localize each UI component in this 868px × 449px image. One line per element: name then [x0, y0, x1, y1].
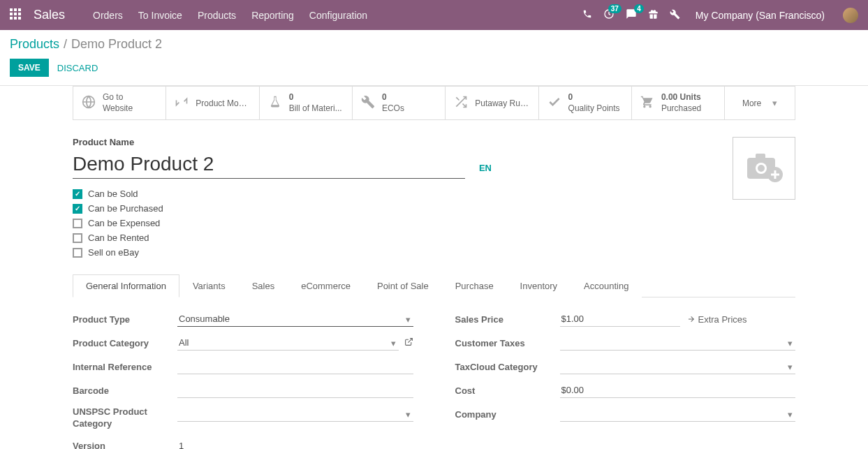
fields: Product Type ▾ Product Category ▾ Intern… — [73, 311, 795, 449]
svg-rect-0 — [10, 8, 13, 11]
swap-icon — [175, 95, 189, 111]
stat-go-to-website[interactable]: Go toWebsite — [73, 87, 166, 119]
field-product-category: Product Category ▾ — [73, 335, 413, 351]
messages-icon[interactable]: 4 — [626, 8, 637, 22]
avatar[interactable] — [843, 8, 858, 23]
chevron-down-icon: ▾ — [772, 98, 777, 108]
field-internal-reference: Internal Reference — [73, 359, 413, 374]
internal-reference-input[interactable] — [177, 359, 413, 374]
svg-rect-8 — [18, 17, 21, 20]
cost-input[interactable] — [560, 383, 796, 398]
checkbox-list: Can be Sold Can be Purchased Can be Expe… — [73, 189, 719, 258]
svg-rect-1 — [14, 8, 17, 11]
tabs: General Information Variants Sales eComm… — [73, 274, 795, 297]
content: Go toWebsite Product Moves 0Bill of Mate… — [0, 86, 868, 449]
tab-general-information[interactable]: General Information — [73, 274, 179, 297]
tab-variants[interactable]: Variants — [179, 274, 239, 297]
field-customer-taxes: Customer Taxes ▾ — [455, 335, 796, 351]
svg-rect-12 — [756, 154, 765, 159]
cart-icon — [640, 95, 654, 111]
stat-more[interactable]: More ▾ — [725, 87, 795, 119]
activity-count: 37 — [608, 4, 621, 13]
product-image-placeholder[interactable] — [733, 137, 795, 200]
tab-pos[interactable]: Point of Sale — [364, 274, 442, 297]
svg-rect-5 — [18, 13, 21, 15]
tab-inventory[interactable]: Inventory — [507, 274, 571, 297]
stat-putaway[interactable]: Putaway Rules — [446, 87, 538, 119]
extra-prices-button[interactable]: Extra Prices — [687, 314, 747, 325]
menu-configuration[interactable]: Configuration — [309, 10, 367, 21]
checkbox-icon[interactable] — [73, 204, 82, 214]
taxcloud-select[interactable] — [560, 359, 796, 374]
svg-rect-2 — [18, 8, 21, 11]
product-type-select[interactable] — [177, 311, 413, 327]
form-sheet: Product Name EN Can be Sold Can be Purch… — [73, 120, 795, 449]
checkbox-icon[interactable] — [73, 233, 82, 243]
app-brand[interactable]: Sales — [34, 8, 65, 22]
breadcrumb-sep: / — [64, 37, 67, 52]
stat-quality[interactable]: 0Quality Points — [539, 87, 632, 119]
product-category-select[interactable] — [177, 335, 399, 351]
field-company: Company ▾ — [455, 406, 796, 422]
save-button[interactable]: SAVE — [10, 59, 49, 77]
external-link-icon[interactable] — [404, 337, 413, 348]
apps-icon[interactable] — [10, 8, 21, 22]
navbar-menu: Orders To Invoice Products Reporting Con… — [93, 10, 367, 21]
company-select[interactable] — [560, 406, 796, 422]
stat-bom[interactable]: 0Bill of Materi... — [260, 87, 353, 119]
menu-orders[interactable]: Orders — [93, 10, 123, 21]
stat-bar: Go toWebsite Product Moves 0Bill of Mate… — [73, 86, 795, 120]
breadcrumb-root[interactable]: Products — [10, 37, 59, 52]
lang-badge[interactable]: EN — [479, 163, 492, 179]
phone-icon[interactable] — [582, 9, 592, 21]
message-count: 4 — [634, 4, 644, 13]
breadcrumb: Products / Demo Product 2 — [0, 30, 868, 56]
tab-accounting[interactable]: Accounting — [571, 274, 642, 297]
checkbox-sell-on-ebay[interactable]: Sell on eBay — [73, 247, 719, 258]
menu-reporting[interactable]: Reporting — [251, 10, 294, 21]
checkbox-icon[interactable] — [73, 189, 82, 199]
checkbox-can-be-expensed[interactable]: Can be Expensed — [73, 218, 719, 228]
stat-ecos[interactable]: 0ECOs — [353, 87, 446, 119]
field-barcode: Barcode — [73, 383, 413, 398]
tab-purchase[interactable]: Purchase — [442, 274, 507, 297]
customer-taxes-select[interactable] — [560, 335, 796, 351]
check-icon — [547, 95, 561, 111]
tab-ecommerce[interactable]: eCommerce — [288, 274, 364, 297]
barcode-input[interactable] — [177, 383, 413, 398]
field-sales-price: Sales Price Extra Prices — [455, 311, 796, 327]
checkbox-can-be-rented[interactable]: Can be Rented — [73, 233, 719, 243]
menu-products[interactable]: Products — [198, 10, 236, 21]
unspsc-select[interactable] — [177, 406, 413, 422]
checkbox-can-be-purchased[interactable]: Can be Purchased — [73, 203, 719, 214]
product-name-input[interactable] — [73, 152, 465, 179]
tools-icon[interactable] — [670, 9, 680, 22]
field-taxcloud: TaxCloud Category ▾ — [455, 359, 796, 374]
action-row: SAVE DISCARD — [0, 56, 868, 86]
activity-icon[interactable]: 37 — [603, 8, 615, 22]
checkbox-icon[interactable] — [73, 219, 82, 228]
stat-purchased[interactable]: 0.00 UnitsPurchased — [632, 87, 725, 119]
flask-icon — [268, 95, 282, 111]
field-product-type: Product Type ▾ — [73, 311, 413, 327]
field-unspsc: UNSPSC Product Category ▾ — [73, 406, 413, 430]
svg-rect-4 — [14, 13, 17, 15]
fields-left: Product Type ▾ Product Category ▾ Intern… — [73, 311, 413, 449]
svg-rect-7 — [14, 17, 17, 20]
checkbox-icon[interactable] — [73, 248, 82, 258]
sales-price-input[interactable] — [560, 311, 680, 327]
checkbox-can-be-sold[interactable]: Can be Sold — [73, 189, 719, 199]
stat-product-moves[interactable]: Product Moves — [166, 87, 259, 119]
menu-to-invoice[interactable]: To Invoice — [138, 10, 182, 21]
fields-right: Sales Price Extra Prices Customer Taxes … — [455, 311, 796, 449]
tab-sales[interactable]: Sales — [239, 274, 288, 297]
svg-point-14 — [758, 165, 765, 172]
version-value: 1 — [177, 439, 185, 449]
company-name[interactable]: My Company (San Francisco) — [696, 10, 825, 21]
globe-icon — [82, 95, 96, 111]
shuffle-icon — [454, 95, 468, 111]
gift-icon[interactable] — [648, 9, 659, 22]
svg-rect-3 — [10, 13, 13, 15]
field-version: Version 1 — [73, 439, 413, 449]
discard-button[interactable]: DISCARD — [57, 63, 98, 73]
